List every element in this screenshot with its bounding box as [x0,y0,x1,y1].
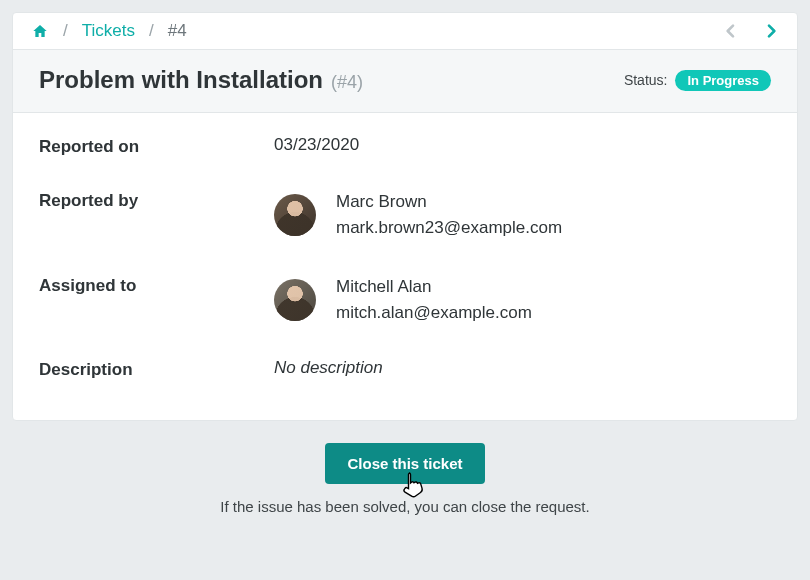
value-reported-by: Marc Brown mark.brown23@example.com [274,189,562,242]
row-description: Description No description [39,358,771,380]
ticket-card: / Tickets / #4 Problem with Installation… [12,12,798,421]
assignee-lines: Mitchell Alan mitch.alan@example.com [336,274,532,327]
assignee-email: mitch.alan@example.com [336,300,532,326]
title-bar: Problem with Installation (#4) Status: I… [13,50,797,113]
close-ticket-hint: If the issue has been solved, you can cl… [12,498,798,515]
row-assigned-to: Assigned to Mitchell Alan mitch.alan@exa… [39,274,771,327]
prev-ticket-button[interactable] [723,21,739,41]
home-icon[interactable] [31,23,49,39]
label-reported-on: Reported on [39,135,274,157]
footer: Close this ticket If the issue has been … [12,421,798,515]
breadcrumb-separator: / [149,21,154,41]
close-ticket-button-label: Close this ticket [347,455,462,472]
status-badge: In Progress [675,70,771,91]
assignee-avatar [274,279,316,321]
breadcrumb-current: #4 [168,21,187,41]
ticket-pager [723,21,779,41]
breadcrumb-separator: / [63,21,68,41]
ticket-details: Reported on 03/23/2020 Reported by Marc … [13,113,797,420]
ticket-id: (#4) [331,72,363,93]
label-description: Description [39,358,274,380]
reporter-email: mark.brown23@example.com [336,215,562,241]
next-ticket-button[interactable] [763,21,779,41]
close-ticket-button[interactable]: Close this ticket [325,443,484,484]
reporter-avatar [274,194,316,236]
ticket-title: Problem with Installation [39,66,323,94]
row-reported-on: Reported on 03/23/2020 [39,135,771,157]
value-reported-on: 03/23/2020 [274,135,359,155]
reporter-lines: Marc Brown mark.brown23@example.com [336,189,562,242]
label-reported-by: Reported by [39,189,274,211]
reporter-name: Marc Brown [336,189,562,215]
assignee-name: Mitchell Alan [336,274,532,300]
label-assigned-to: Assigned to [39,274,274,296]
title-wrap: Problem with Installation (#4) [39,66,363,94]
breadcrumb-tickets-link[interactable]: Tickets [82,21,135,41]
breadcrumb-bar: / Tickets / #4 [13,13,797,50]
status-wrap: Status: In Progress [624,70,771,91]
row-reported-by: Reported by Marc Brown mark.brown23@exam… [39,189,771,242]
breadcrumb: / Tickets / #4 [31,21,187,41]
status-label: Status: [624,72,668,88]
value-description: No description [274,358,383,378]
value-assigned-to: Mitchell Alan mitch.alan@example.com [274,274,532,327]
